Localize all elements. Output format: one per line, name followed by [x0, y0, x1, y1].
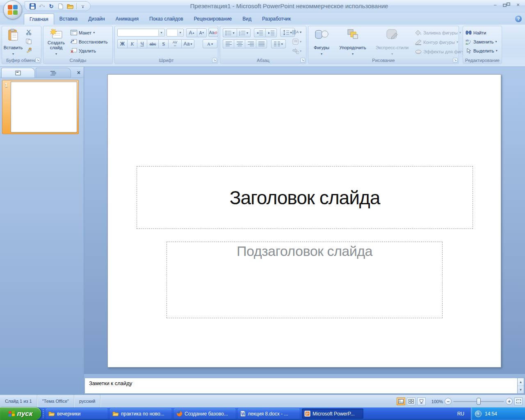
select-button[interactable]: Выделить▾ — [466, 46, 498, 55]
notes-scrollbar[interactable]: ▲ ▼ — [517, 378, 524, 394]
italic-button[interactable]: К — [127, 39, 137, 48]
replace-button[interactable]: abac Заменить▾ — [466, 37, 497, 46]
font-name-dropdown-icon[interactable]: ▾ — [158, 30, 164, 36]
quick-styles-button[interactable]: Экспресс-стили ▾ — [372, 27, 413, 57]
taskbar-item-word-doc[interactable]: W лекция 8.docx - ... — [238, 409, 299, 419]
tab-animation[interactable]: Анимация — [110, 14, 144, 25]
bold-button[interactable]: Ж — [117, 39, 127, 48]
bullets-button[interactable]: ▾ — [223, 28, 237, 37]
font-dialog-launcher[interactable]: ↘ — [212, 58, 217, 63]
zoom-level[interactable]: 100% — [431, 399, 443, 404]
tab-developer[interactable]: Разработчик — [257, 14, 296, 25]
scroll-up-icon[interactable]: ▲ — [518, 378, 524, 386]
increase-indent-button[interactable] — [265, 28, 277, 37]
copy-button[interactable] — [26, 37, 32, 46]
subtitle-placeholder[interactable]: Подзаголовок слайда — [167, 242, 443, 318]
font-size-combobox[interactable]: ▾ — [167, 29, 184, 37]
reset-slide-button[interactable]: Восстановить — [71, 37, 107, 46]
tab-slides-thumbnails[interactable] — [1, 68, 35, 78]
arrange-button[interactable]: Упорядочить ▾ — [335, 27, 371, 57]
view-slideshow-button[interactable] — [417, 397, 426, 405]
close-button[interactable]: × — [514, 2, 522, 8]
align-left-button[interactable] — [223, 39, 234, 48]
tab-home[interactable]: Главная — [24, 14, 54, 25]
paste-button[interactable]: Вставить ▾ — [3, 27, 23, 57]
status-language[interactable]: русский — [74, 395, 100, 408]
taskbar-item-browser[interactable]: Создание базово... — [174, 409, 235, 419]
align-text-button[interactable]: ▾ — [292, 37, 301, 46]
align-center-button[interactable] — [234, 39, 245, 48]
clear-formatting-button[interactable]: Аа — [208, 28, 218, 37]
delete-slide-button[interactable]: × Удалить — [71, 46, 96, 55]
font-size-dropdown-icon[interactable]: ▾ — [177, 30, 183, 36]
grow-font-button[interactable]: А▲ — [186, 28, 197, 37]
shapes-button[interactable]: Фигуры ▾ — [310, 27, 333, 57]
fit-slide-to-window-button[interactable] — [514, 397, 523, 405]
zoom-slider-thumb[interactable] — [477, 398, 481, 405]
decrease-indent-button[interactable] — [254, 28, 265, 37]
notes-pane[interactable]: Заметки к слайду — [84, 378, 518, 394]
layout-button[interactable]: Макет▾ — [71, 28, 95, 37]
font-name-combobox[interactable]: ▾ — [117, 29, 165, 37]
paragraph-dialog-launcher[interactable]: ↘ — [300, 58, 305, 63]
strikethrough-button[interactable]: abc — [147, 39, 158, 48]
align-right-button[interactable] — [245, 39, 256, 48]
office-button[interactable] — [3, 0, 22, 19]
new-slide-button[interactable]: Создать слайд ▾ — [45, 27, 68, 57]
align-text-icon — [292, 39, 299, 45]
customize-qat-button[interactable]: —▾ — [79, 2, 87, 10]
tab-outline[interactable] — [36, 68, 71, 78]
slide-thumbnail-1[interactable]: 1 — [2, 80, 79, 134]
restore-button[interactable] — [503, 2, 510, 7]
shape-effects-button[interactable]: Эффекты для фигур▾ — [415, 47, 470, 56]
tab-insert[interactable]: Вставка — [54, 14, 83, 25]
tab-design[interactable]: Дизайн — [83, 14, 110, 25]
text-direction-button[interactable]: A ▾ — [292, 28, 301, 37]
shrink-font-button[interactable]: А▼ — [197, 28, 207, 37]
taskbar-item-powerpoint[interactable]: P Microsoft PowerP... — [302, 409, 363, 419]
change-case-button[interactable]: Аа▾ — [181, 39, 194, 48]
find-button[interactable]: Найти — [466, 28, 486, 37]
justify-button[interactable] — [256, 39, 267, 48]
convert-smartart-button[interactable]: ▾ — [292, 47, 301, 55]
clipboard-dialog-launcher[interactable]: ↘ — [35, 58, 40, 63]
open-button[interactable] — [66, 2, 74, 10]
numbering-button[interactable]: 123 ▾ — [237, 28, 251, 37]
font-color-button[interactable]: А▾ — [203, 39, 217, 48]
language-indicator[interactable]: RU — [457, 407, 464, 420]
text-shadow-button[interactable]: S — [158, 39, 168, 48]
undo-button[interactable]: ↶▾ — [38, 2, 46, 10]
clock[interactable]: 14:54 — [485, 411, 497, 417]
taskbar-item-folder-1[interactable]: вечерники — [46, 409, 107, 419]
view-normal-button[interactable] — [397, 397, 405, 405]
save-button[interactable] — [28, 2, 37, 10]
columns-button[interactable]: ▾ — [271, 39, 286, 48]
shape-outline-button[interactable]: Контур фигуры▾ — [415, 38, 458, 46]
start-button[interactable]: пуск — [0, 407, 41, 420]
close-pane-button[interactable]: × — [77, 69, 80, 76]
redo-button[interactable]: ↻ — [47, 2, 55, 10]
tab-slideshow[interactable]: Показ слайдов — [144, 14, 189, 25]
taskbar-item-folder-2[interactable]: практика по ново... — [110, 409, 171, 419]
shape-fill-button[interactable]: Заливка фигуры▾ — [415, 28, 461, 37]
underline-button[interactable]: Ч — [137, 39, 147, 48]
tray-collapse-button[interactable]: ‹ — [475, 411, 482, 417]
new-document-button[interactable] — [57, 2, 65, 10]
tab-view[interactable]: Вид — [237, 14, 257, 25]
tab-review[interactable]: Рецензирование — [189, 14, 237, 25]
title-placeholder[interactable]: Заголовок слайда — [137, 166, 473, 229]
minimize-button[interactable]: – — [491, 2, 499, 8]
zoom-in-button[interactable]: + — [506, 398, 513, 405]
zoom-slider[interactable] — [453, 398, 504, 405]
zoom-out-button[interactable]: − — [445, 398, 452, 405]
help-button[interactable]: ? — [515, 16, 522, 22]
slide-canvas[interactable]: Заголовок слайда Подзаголовок слайда — [107, 74, 501, 368]
drawing-dialog-launcher[interactable]: ↘ — [453, 58, 458, 63]
cut-button[interactable] — [26, 28, 32, 37]
undo-icon: ↶ — [39, 3, 43, 9]
scroll-down-icon[interactable]: ▼ — [518, 386, 524, 394]
character-spacing-button[interactable]: AV↔ — [168, 39, 181, 48]
notes-placeholder-text: Заметки к слайду — [89, 380, 132, 386]
view-slide-sorter-button[interactable] — [407, 397, 415, 405]
format-painter-button[interactable] — [26, 46, 32, 55]
